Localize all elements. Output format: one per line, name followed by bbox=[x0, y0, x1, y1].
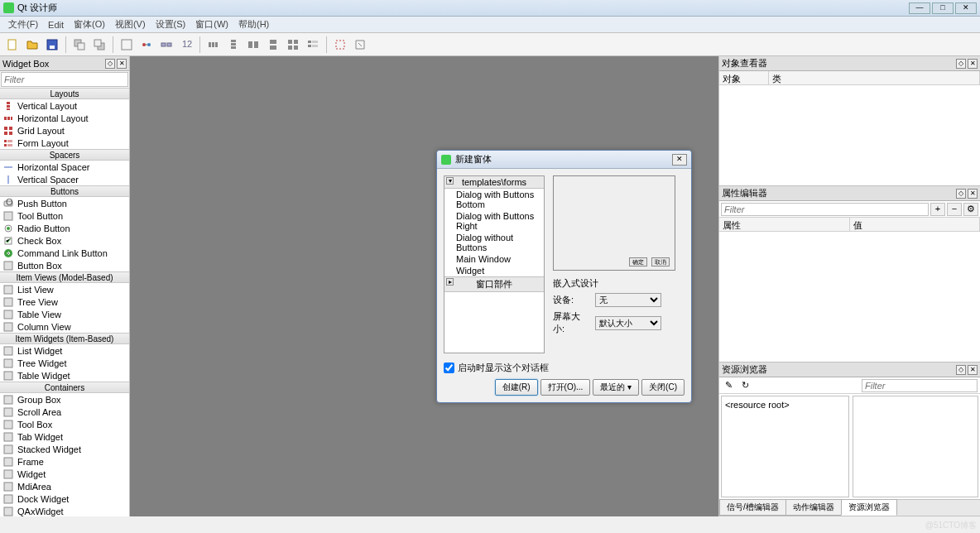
show-on-startup-checkbox[interactable] bbox=[444, 363, 454, 373]
new-icon[interactable] bbox=[3, 36, 22, 54]
expand-icon[interactable]: ▸ bbox=[446, 278, 454, 286]
widget-item[interactable]: OKPush Button bbox=[0, 197, 129, 209]
resource-preview[interactable] bbox=[853, 396, 978, 497]
template-tree[interactable]: ▾templates\forms Dialog with Buttons Bot… bbox=[444, 175, 545, 353]
close-dialog-button[interactable]: 关闭(C) bbox=[641, 379, 685, 396]
widget-item[interactable]: Command Link Button bbox=[0, 247, 129, 259]
open-button[interactable]: 打开(O)... bbox=[540, 379, 591, 396]
tree-header-widgets[interactable]: ▸窗口部件 bbox=[444, 276, 544, 292]
add-property-icon[interactable]: + bbox=[930, 203, 945, 216]
widget-category[interactable]: Buttons bbox=[0, 185, 129, 197]
maximize-button[interactable]: □ bbox=[932, 2, 954, 14]
dock-close-icon[interactable]: ✕ bbox=[968, 189, 978, 199]
widget-item[interactable]: Frame bbox=[0, 455, 129, 468]
widget-category[interactable]: Layouts bbox=[0, 88, 129, 99]
widget-item[interactable]: Tab Widget bbox=[0, 430, 129, 443]
object-inspector-body[interactable] bbox=[719, 85, 980, 185]
widget-item[interactable]: Group Box bbox=[0, 393, 129, 406]
widget-item[interactable]: Tool Box bbox=[0, 418, 129, 430]
edit-taborder-icon[interactable]: 12 bbox=[177, 36, 195, 54]
widget-category[interactable]: Containers bbox=[0, 382, 129, 393]
widget-item[interactable]: Tree Widget bbox=[0, 357, 129, 369]
widget-item[interactable]: Horizontal Spacer bbox=[0, 161, 129, 173]
device-select[interactable]: 无 bbox=[595, 293, 661, 307]
template-item[interactable]: Widget bbox=[444, 265, 544, 276]
edit-buddies-icon[interactable] bbox=[157, 36, 175, 54]
tab-action-editor[interactable]: 动作编辑器 bbox=[785, 499, 842, 516]
dock-close-icon[interactable]: ✕ bbox=[968, 365, 978, 375]
dock-float-icon[interactable]: ◇ bbox=[105, 59, 115, 69]
close-button[interactable]: ✕ bbox=[955, 2, 977, 14]
widget-category[interactable]: Item Widgets (Item-Based) bbox=[0, 333, 129, 344]
widget-item[interactable]: Tool Button bbox=[0, 209, 129, 222]
tab-resource-browser[interactable]: 资源浏览器 bbox=[841, 499, 897, 516]
remove-property-icon[interactable]: − bbox=[947, 203, 962, 216]
template-item[interactable]: Dialog without Buttons bbox=[444, 232, 544, 253]
dock-float-icon[interactable]: ◇ bbox=[956, 365, 966, 375]
layout-h-icon[interactable] bbox=[204, 36, 223, 54]
widget-item[interactable]: MdiArea bbox=[0, 480, 129, 492]
tab-signal-slot[interactable]: 信号/槽编辑器 bbox=[719, 499, 786, 516]
settings-icon[interactable]: ⚙ bbox=[963, 203, 978, 216]
layout-hsplit-icon[interactable] bbox=[244, 36, 262, 54]
dock-float-icon[interactable]: ◇ bbox=[956, 189, 966, 199]
tree-header-templates[interactable]: ▾templates\forms bbox=[444, 176, 544, 189]
template-item[interactable]: Main Window bbox=[444, 253, 544, 265]
widget-item[interactable]: Scroll Area bbox=[0, 406, 129, 418]
widget-item[interactable]: Radio Button bbox=[0, 222, 129, 234]
widget-item[interactable]: Grid Layout bbox=[0, 124, 129, 137]
menu-help[interactable]: 帮助(H) bbox=[233, 18, 274, 31]
design-canvas[interactable]: 新建窗体 ✕ ▾templates\forms Dialog with Butt… bbox=[130, 56, 718, 516]
menu-settings[interactable]: 设置(S) bbox=[151, 18, 191, 31]
widget-item[interactable]: List Widget bbox=[0, 344, 129, 357]
resource-filter[interactable] bbox=[862, 379, 978, 392]
template-item[interactable]: Dialog with Buttons Bottom bbox=[444, 189, 544, 210]
create-button[interactable]: 创建(R) bbox=[495, 379, 538, 396]
menu-view[interactable]: 视图(V) bbox=[110, 18, 151, 31]
widget-category[interactable]: Item Views (Model-Based) bbox=[0, 271, 129, 283]
resource-tree[interactable]: <resource root> bbox=[721, 396, 849, 497]
send-back-icon[interactable] bbox=[70, 36, 89, 54]
widget-item[interactable]: Vertical Spacer bbox=[0, 173, 129, 185]
layout-vsplit-icon[interactable] bbox=[264, 36, 282, 54]
edit-signals-icon[interactable] bbox=[137, 36, 156, 54]
layout-form-icon[interactable] bbox=[304, 36, 322, 54]
widget-item[interactable]: Widget bbox=[0, 468, 129, 480]
widget-item[interactable]: Tree View bbox=[0, 295, 129, 308]
menu-form[interactable]: 窗体(O) bbox=[69, 18, 110, 31]
template-item[interactable]: Dialog with Buttons Right bbox=[444, 210, 544, 232]
widget-item[interactable]: List View bbox=[0, 283, 129, 295]
widget-box-filter[interactable] bbox=[1, 72, 128, 87]
widget-item[interactable]: Dock Widget bbox=[0, 492, 129, 505]
edit-resources-icon[interactable]: ✎ bbox=[722, 379, 735, 392]
bring-front-icon[interactable] bbox=[90, 36, 108, 54]
widget-item[interactable]: Button Box bbox=[0, 259, 129, 271]
widget-category[interactable]: Spacers bbox=[0, 149, 129, 161]
dialog-close-icon[interactable]: ✕ bbox=[672, 154, 687, 166]
widget-item[interactable]: Column View bbox=[0, 320, 129, 333]
widget-item[interactable]: Form Layout bbox=[0, 137, 129, 149]
widget-item[interactable]: Horizontal Layout bbox=[0, 112, 129, 124]
open-icon[interactable] bbox=[23, 36, 41, 54]
dock-close-icon[interactable]: ✕ bbox=[117, 59, 127, 69]
break-layout-icon[interactable] bbox=[331, 36, 349, 54]
reload-icon[interactable]: ↻ bbox=[738, 379, 752, 392]
menu-window[interactable]: 窗口(W) bbox=[190, 18, 233, 31]
edit-widgets-icon[interactable] bbox=[118, 36, 136, 54]
widget-item[interactable]: Table Widget bbox=[0, 369, 129, 382]
minimize-button[interactable]: — bbox=[909, 2, 930, 14]
property-editor-body[interactable] bbox=[719, 232, 980, 362]
widget-item[interactable]: Stacked Widget bbox=[0, 443, 129, 455]
dock-float-icon[interactable]: ◇ bbox=[956, 59, 966, 69]
property-filter[interactable] bbox=[721, 203, 929, 216]
screen-select[interactable]: 默认大小 bbox=[595, 316, 661, 330]
menu-file[interactable]: 文件(F) bbox=[3, 18, 43, 31]
widget-item[interactable]: QAxWidget bbox=[0, 505, 129, 516]
layout-v-icon[interactable] bbox=[224, 36, 243, 54]
layout-grid-icon[interactable] bbox=[284, 36, 302, 54]
recent-button[interactable]: 最近的 ▾ bbox=[593, 379, 639, 396]
widget-item[interactable]: Table View bbox=[0, 308, 129, 320]
widget-box-list[interactable]: LayoutsVertical LayoutHorizontal LayoutG… bbox=[0, 88, 129, 516]
dock-close-icon[interactable]: ✕ bbox=[968, 59, 978, 69]
adjust-size-icon[interactable] bbox=[351, 36, 369, 54]
